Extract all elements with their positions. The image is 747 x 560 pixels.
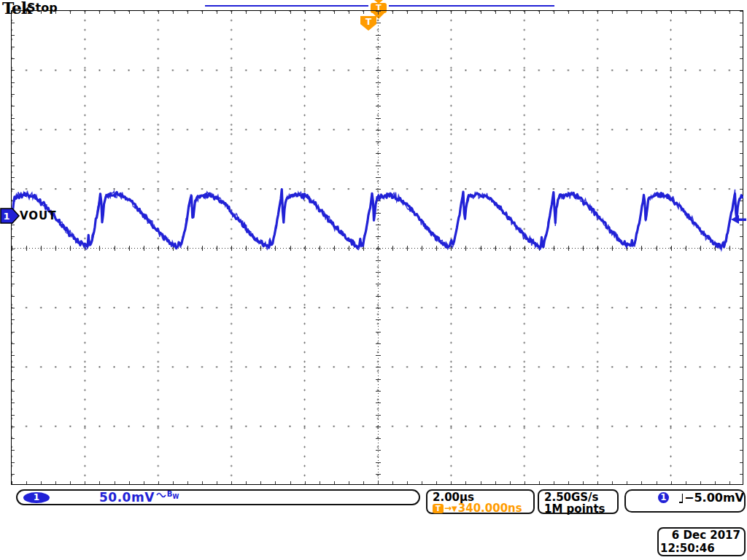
horizontal-readout-box: 2.00µs T → ▼ 340.000ns: [426, 489, 535, 514]
ch1-waveform: [11, 10, 743, 485]
trigger-source-badge: 1: [658, 492, 669, 503]
trigger-readout-box: 1 −5.00mV: [624, 489, 746, 513]
record-view-bar-left: [205, 5, 368, 7]
ch1-readout-box: 1 50.0mV BW: [16, 489, 420, 505]
time-value: 12:50:46: [659, 542, 744, 555]
oscilloscope-screen: Tek Stop T T 1 VOUT 1 50.0mV: [0, 0, 747, 560]
ch1-position-marker: 1: [0, 206, 20, 225]
trigger-level-arrow: [730, 214, 746, 225]
trigger-t-badge-small: T: [433, 504, 444, 513]
trigger-level-value: −5.00mV: [684, 492, 744, 504]
trigger-delay-value: 340.000ns: [458, 503, 522, 514]
ch1-marker-number: 1: [3, 211, 9, 222]
ch1-badge: 1: [23, 492, 50, 503]
triangle-down-icon: ▼: [452, 503, 457, 514]
ac-coupling-icon: [156, 491, 166, 499]
trigger-delay-readout: T → ▼ 340.000ns: [433, 503, 533, 514]
ch1-scale: 50.0mV: [99, 490, 155, 505]
date-value: 6 Dec 2017: [659, 529, 744, 542]
datetime-box: 6 Dec 2017 12:50:46: [657, 527, 746, 556]
ch1-label: VOUT: [20, 209, 57, 222]
record-view-bar-right: [389, 5, 554, 7]
sample-rate: 2.50GS/s: [544, 491, 617, 503]
record-length: 1M points: [544, 503, 617, 515]
rising-edge-icon: [678, 493, 683, 504]
right-arrow-icon: →: [444, 503, 452, 514]
acquisition-readout-box: 2.50GS/s 1M points: [538, 489, 619, 514]
bandwidth-limit-icon: BW: [167, 490, 179, 500]
trigger-flag-label: T: [365, 17, 371, 27]
